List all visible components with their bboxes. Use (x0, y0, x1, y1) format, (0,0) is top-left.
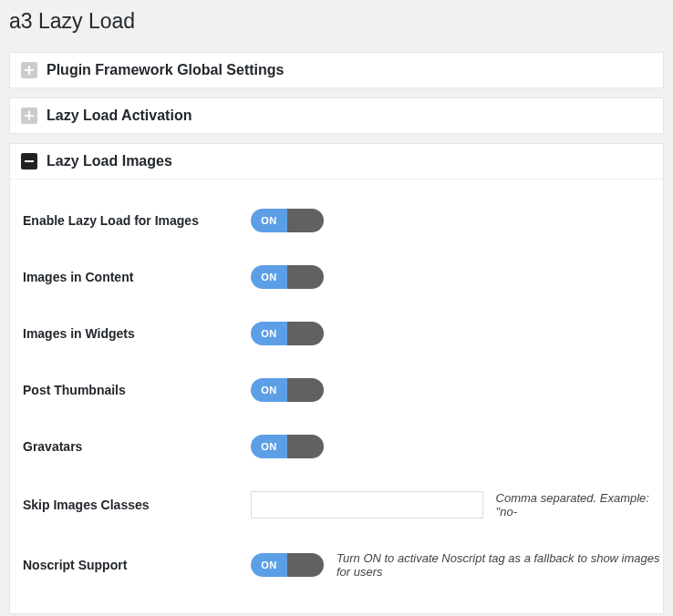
toggle-on-label: ON (251, 209, 287, 232)
panel-global-settings[interactable]: Plugin Framework Global Settings (9, 52, 664, 88)
setting-skip-classes: Skip Images Classes Comma separated. Exa… (23, 475, 663, 535)
setting-enable-images: Enable Lazy Load for Images ON (23, 189, 663, 249)
panel-body: Enable Lazy Load for Images ON Images in… (10, 180, 663, 613)
helper-text: Comma separated. Example: "no- (496, 491, 663, 518)
setting-label: Images in Content (23, 270, 251, 284)
setting-images-content: Images in Content ON (23, 249, 663, 305)
panel-title: Plugin Framework Global Settings (47, 62, 284, 78)
panel-title: Lazy Load Images (47, 153, 172, 169)
toggle-gravatars[interactable]: ON (251, 435, 324, 458)
setting-noscript: Noscript Support ON Turn ON to activate … (23, 535, 663, 595)
toggle-off-part (287, 209, 324, 232)
collapse-icon (21, 153, 37, 169)
toggle-on-label: ON (251, 378, 287, 402)
panel-header[interactable]: Lazy Load Images (10, 144, 663, 180)
toggle-off-part (287, 265, 324, 289)
skip-classes-input[interactable] (251, 491, 483, 518)
setting-label: Images in Widgets (23, 326, 251, 341)
toggle-on-label: ON (251, 322, 287, 345)
toggle-on-label: ON (251, 265, 287, 289)
toggle-off-part (287, 322, 324, 345)
setting-label: Noscript Support (23, 558, 251, 572)
setting-label: Enable Lazy Load for Images (23, 213, 251, 228)
expand-icon (21, 62, 37, 78)
panel-title: Lazy Load Activation (47, 108, 192, 124)
toggle-images-widgets[interactable]: ON (251, 322, 324, 345)
toggle-on-label: ON (251, 553, 287, 577)
svg-rect-7 (25, 160, 34, 162)
toggle-enable-images[interactable]: ON (251, 209, 324, 232)
panel-lazy-load-images: Lazy Load Images Enable Lazy Load for Im… (9, 143, 664, 614)
svg-rect-2 (25, 69, 34, 71)
toggle-post-thumbnails[interactable]: ON (251, 378, 324, 402)
toggle-noscript[interactable]: ON (251, 553, 324, 577)
expand-icon (21, 108, 37, 124)
page-title: a3 Lazy Load (0, 0, 673, 43)
setting-label: Skip Images Classes (23, 498, 251, 512)
toggle-images-content[interactable]: ON (251, 265, 324, 289)
toggle-on-label: ON (251, 435, 287, 458)
toggle-off-part (287, 378, 324, 402)
setting-images-widgets: Images in Widgets ON (23, 305, 663, 362)
panel-activation[interactable]: Lazy Load Activation (9, 98, 664, 134)
svg-rect-5 (25, 115, 34, 117)
setting-label: Gravatars (23, 439, 251, 454)
toggle-off-part (287, 553, 324, 577)
setting-gravatars: Gravatars ON (23, 418, 663, 475)
setting-post-thumbnails: Post Thumbnails ON (23, 362, 663, 418)
toggle-off-part (287, 435, 324, 458)
helper-text: Turn ON to activate Noscript tag as a fa… (336, 551, 663, 579)
setting-label: Post Thumbnails (23, 383, 251, 397)
